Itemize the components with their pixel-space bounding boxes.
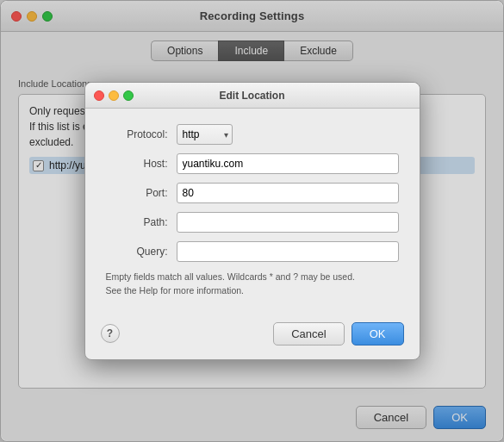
dialog-cancel-button[interactable]: Cancel — [273, 322, 344, 346]
dialog-title: Edit Location — [220, 90, 285, 102]
main-window: Recording Settings Options Include Exclu… — [0, 0, 504, 442]
dialog-minimize-button[interactable] — [109, 90, 119, 101]
query-input[interactable] — [177, 241, 399, 262]
path-input[interactable] — [177, 212, 399, 233]
edit-location-dialog: Edit Location Protocol: http https ftp — [84, 82, 420, 360]
dialog-title-bar: Edit Location — [85, 83, 420, 109]
protocol-row: Protocol: http https ftp — [106, 124, 399, 145]
dialog-content: Protocol: http https ftp Host: — [85, 109, 420, 322]
dialog-bottom: ? Cancel OK — [85, 322, 420, 359]
protocol-label: Protocol: — [106, 128, 168, 140]
port-label: Port: — [106, 187, 168, 199]
query-label: Query: — [106, 246, 168, 258]
host-input[interactable] — [177, 153, 399, 174]
dialog-ok-button[interactable]: OK — [352, 322, 404, 346]
dialog-traffic-lights — [94, 90, 134, 101]
path-row: Path: — [106, 212, 399, 233]
hint-text: Empty fields match all values. Wildcards… — [106, 271, 399, 298]
host-label: Host: — [106, 158, 168, 170]
dialog-buttons: Cancel OK — [273, 322, 403, 346]
query-row: Query: — [106, 241, 399, 262]
help-button[interactable]: ? — [101, 324, 120, 343]
dialog-close-button[interactable] — [94, 90, 104, 101]
port-input[interactable] — [177, 183, 399, 203]
protocol-select[interactable]: http https ftp — [177, 124, 233, 145]
protocol-select-wrapper: http https ftp — [177, 124, 233, 145]
port-row: Port: — [106, 183, 399, 203]
modal-overlay: Edit Location Protocol: http https ftp — [1, 1, 503, 441]
path-label: Path: — [106, 216, 168, 228]
dialog-maximize-button[interactable] — [123, 90, 134, 101]
host-row: Host: — [106, 153, 399, 174]
